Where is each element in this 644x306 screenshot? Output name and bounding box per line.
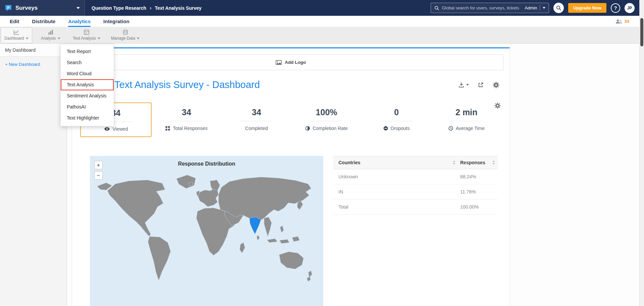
database-icon xyxy=(123,30,128,35)
tab-edit[interactable]: Edit xyxy=(10,16,19,27)
image-icon xyxy=(276,60,282,65)
menu-item-sentiment-analysis[interactable]: Sentiment Analysis xyxy=(61,90,114,101)
tab-analytics[interactable]: Analytics xyxy=(68,16,91,27)
share-button[interactable] xyxy=(478,82,484,88)
stat-total-responses-label: Total Responses xyxy=(173,126,208,131)
dashboard-card: Add Logo Text Analysis Survey - Dashboar… xyxy=(72,47,510,306)
toolbar-text-analysis-button[interactable]: Text Analysis xyxy=(69,27,104,43)
page-title: Text Analysis Survey - Dashboard xyxy=(114,79,260,90)
menu-item-text-analysis[interactable]: Text Analysis xyxy=(61,79,114,90)
search-submit-button[interactable] xyxy=(553,3,564,13)
sort-icon[interactable] xyxy=(492,161,495,165)
toolbar-manage-data-button[interactable]: Manage Data xyxy=(107,27,143,43)
tab-distribute[interactable]: Distribute xyxy=(32,16,55,27)
app-screen: P Surveys Question Type Research › Text … xyxy=(0,0,644,306)
countries-table: Countries Responses xyxy=(333,156,498,215)
tab-integration[interactable]: Integration xyxy=(103,16,129,27)
stat-completion-rate: 100% Completion Rate xyxy=(291,102,362,137)
stat-total-responses: 34 Total Responses xyxy=(152,102,222,137)
add-logo-button[interactable]: Add Logo xyxy=(78,54,503,70)
breadcrumb-separator: › xyxy=(150,5,151,11)
product-switcher[interactable]: P Surveys xyxy=(0,0,85,16)
search-icon xyxy=(434,6,439,10)
clock-icon xyxy=(448,126,453,131)
sort-icon[interactable] xyxy=(453,161,455,165)
responses-cell: 88.24% xyxy=(460,174,498,179)
table-row: IN 11.76% xyxy=(333,184,498,200)
main-content: Add Logo Text Analysis Survey - Dashboar… xyxy=(67,44,644,306)
search-input[interactable] xyxy=(442,5,522,10)
stats-section: 34 Viewed 34 xyxy=(78,102,503,137)
title-actions xyxy=(458,82,499,88)
people-icon xyxy=(615,19,622,24)
table-row: Total 100.00% xyxy=(333,200,498,215)
page-scrollbar[interactable] xyxy=(639,0,644,306)
distribution-row: Response Distribution + − xyxy=(90,156,503,306)
breadcrumb-parent[interactable]: Question Type Research xyxy=(92,5,146,11)
stat-completed-label: Completed xyxy=(245,126,268,131)
column-responses[interactable]: Responses xyxy=(460,160,485,165)
stat-average-time-label: Average Time xyxy=(456,126,485,131)
toolbar-analysis-button[interactable]: Analysis xyxy=(36,27,66,43)
report-table-icon xyxy=(84,30,89,35)
world-map[interactable] xyxy=(93,169,321,288)
analytics-toolbar: Dashboard Analysis Text Analysis Manage … xyxy=(0,27,644,44)
divider xyxy=(540,5,540,11)
response-map-card: Response Distribution + − xyxy=(90,156,323,306)
toolbar-analysis-label: Analysis xyxy=(41,36,56,41)
eye-icon xyxy=(104,127,110,131)
global-search: Admin xyxy=(431,3,549,13)
stat-completion-rate-label: Completion Rate xyxy=(313,126,347,131)
topbar: P Surveys Question Type Research › Text … xyxy=(0,0,644,16)
breadcrumb-current[interactable]: Text Analysis Survey xyxy=(155,5,201,11)
stats-settings-gear-icon[interactable] xyxy=(494,102,501,109)
minus-circle-icon xyxy=(383,126,388,131)
column-countries[interactable]: Countries xyxy=(338,160,360,165)
help-button[interactable]: ? xyxy=(611,3,620,13)
settings-gear-icon[interactable] xyxy=(493,82,499,88)
questionpro-logo-icon: P xyxy=(5,4,12,12)
menu-item-text-highlighter[interactable]: Text Highlighter xyxy=(61,113,114,124)
text-analysis-menu: Text Report Search Word Cloud Text Analy… xyxy=(60,44,114,126)
grid-icon xyxy=(165,126,170,131)
title-row: Text Analysis Survey - Dashboard xyxy=(78,79,503,90)
zoom-out-button[interactable]: − xyxy=(94,171,103,180)
map-region-india xyxy=(250,217,261,234)
search-scope-label[interactable]: Admin xyxy=(525,5,537,10)
stat-dropouts-value: 0 xyxy=(381,107,413,121)
svg-text:P: P xyxy=(7,5,9,9)
responses-cell: 11.76% xyxy=(460,189,498,194)
table-row: Unknown 88.24% xyxy=(333,169,498,184)
country-cell: Total xyxy=(333,204,460,210)
country-cell: Unknown xyxy=(333,174,460,179)
scope-chevron-down-icon[interactable] xyxy=(543,7,545,9)
upgrade-now-button[interactable]: Upgrade Now xyxy=(568,3,606,13)
chevron-down-icon xyxy=(98,38,100,39)
stat-completed: 34 Completed xyxy=(221,102,291,137)
toolbar-manage-data-label: Manage Data xyxy=(111,36,135,41)
stat-viewed-label: Viewed xyxy=(113,126,128,132)
map-zoom-controls: + − xyxy=(94,161,103,180)
menu-item-pathosai[interactable]: PathosAI xyxy=(61,101,114,113)
add-logo-label: Add Logo xyxy=(285,60,306,65)
zoom-in-button[interactable]: + xyxy=(94,161,103,169)
user-avatar[interactable]: JP xyxy=(625,3,635,13)
toolbar-dashboard-button[interactable]: Dashboard xyxy=(1,27,32,43)
stat-average-time-value: 2 min xyxy=(450,107,482,121)
menu-item-search[interactable]: Search xyxy=(61,57,114,68)
responses-cell: 100.00% xyxy=(460,204,498,210)
scrollbar-thumb[interactable] xyxy=(640,18,643,46)
menu-item-word-cloud[interactable]: Word Cloud xyxy=(61,68,114,79)
chevron-down-icon xyxy=(58,38,60,39)
survey-nav: Edit Distribute Analytics Integration 34 xyxy=(0,16,644,27)
table-header: Countries Responses xyxy=(333,156,498,169)
stat-completed-value: 34 xyxy=(240,107,272,121)
responses-count: 34 xyxy=(625,19,629,24)
new-dashboard-button[interactable]: + New Dashboard xyxy=(0,57,67,72)
menu-item-text-report[interactable]: Text Report xyxy=(61,46,114,57)
chevron-down-icon xyxy=(137,38,140,39)
download-button[interactable] xyxy=(458,82,469,88)
sidebar-item-my-dashboard[interactable]: My Dashboard xyxy=(0,44,67,57)
country-cell: IN xyxy=(333,189,460,194)
bar-chart-icon xyxy=(48,30,53,35)
